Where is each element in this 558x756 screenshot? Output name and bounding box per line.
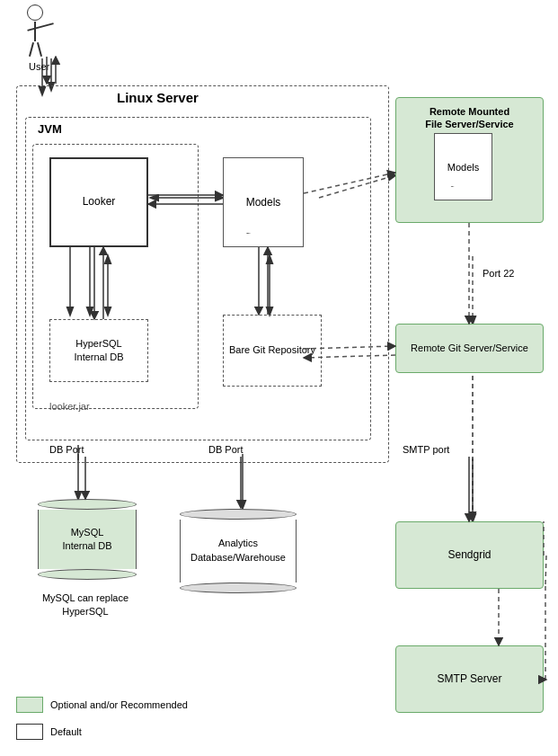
mysql-cyl-top xyxy=(38,499,137,510)
diagram: User Linux Server JVM looker.jar Looker … xyxy=(0,0,558,756)
db-port-left-label: DB Port xyxy=(49,444,84,455)
remote-git-box: Remote Git Server/Service xyxy=(395,324,544,373)
models-remote-label: Models xyxy=(447,162,479,173)
analytics-cylinder: AnalyticsDatabase/Warehouse xyxy=(180,508,297,593)
looker-box: Looker xyxy=(49,157,148,247)
smtp-port-label: SMTP port xyxy=(403,444,449,455)
legend-green-label: Optional and/or Recommended xyxy=(50,699,188,710)
analytics-cyl-bottom xyxy=(180,583,297,593)
mysql-cyl-bottom xyxy=(38,569,137,580)
remote-git-label: Remote Git Server/Service xyxy=(411,342,528,354)
port22-label: Port 22 xyxy=(483,268,514,279)
svg-line-37 xyxy=(545,556,546,584)
models-internal-label: Models xyxy=(246,196,281,209)
models-remote-doc: Models xyxy=(434,133,492,200)
sendgrid-label: Sendgrid xyxy=(447,548,491,563)
analytics-cyl-top xyxy=(180,509,297,520)
db-port-right-label: DB Port xyxy=(208,444,244,455)
looker-label: Looker xyxy=(83,195,116,209)
legend-green: Optional and/or Recommended xyxy=(16,697,188,713)
linux-server-label: Linux Server xyxy=(117,90,199,105)
analytics-cyl-body: AnalyticsDatabase/Warehouse xyxy=(180,520,297,583)
bare-git-label: Bare Git Repository xyxy=(229,343,315,357)
bare-git-box: Bare Git Repository xyxy=(223,315,322,387)
looker-jar-label: looker.jar xyxy=(49,401,90,412)
hypersql-label: HyperSQLInternal DB xyxy=(74,337,123,365)
sendgrid-box: Sendgrid xyxy=(395,521,544,589)
user-figure xyxy=(27,4,43,57)
smtp-server-label: SMTP Server xyxy=(438,672,502,687)
smtp-server-box: SMTP Server xyxy=(395,645,544,713)
mysql-replace-label: MySQL can replace HyperSQL xyxy=(27,591,144,619)
hypersql-box: HyperSQLInternal DB xyxy=(49,319,148,382)
mysql-label: MySQLInternal DB xyxy=(62,526,111,554)
legend-white-box xyxy=(16,724,43,740)
user-label: User xyxy=(29,61,49,72)
jvm-label: JVM xyxy=(38,122,62,136)
legend-green-box xyxy=(16,697,43,713)
legend-white-label: Default xyxy=(50,726,82,737)
remote-mounted-label: Remote MountedFile Server/Service xyxy=(396,105,543,131)
mysql-cyl-body: MySQLInternal DB xyxy=(38,510,137,569)
legend-white: Default xyxy=(16,724,82,740)
models-internal-doc: Models xyxy=(223,157,304,247)
analytics-label: AnalyticsDatabase/Warehouse xyxy=(190,537,286,565)
mysql-cylinder: MySQLInternal DB xyxy=(38,499,137,580)
